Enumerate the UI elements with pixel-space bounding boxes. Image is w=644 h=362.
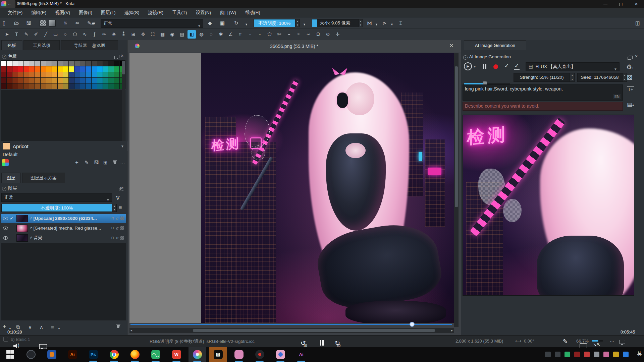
palette-swatch[interactable] xyxy=(108,61,114,66)
new-document-icon[interactable]: ▯ xyxy=(3,19,5,27)
model-combo[interactable]: ▤ FLUX 【真人直出】 ▼ xyxy=(526,62,620,71)
menu-item-设置(N)[interactable]: 设置(N) xyxy=(192,8,216,17)
prompt-input[interactable]: long pink hair,Sword, cyberpunk style, w… xyxy=(463,84,623,101)
palette-swatch[interactable] xyxy=(41,66,46,72)
tool-contiguous-select[interactable]: ⌁ xyxy=(285,30,293,39)
palette-swatch[interactable] xyxy=(18,66,23,72)
strength-spinbox[interactable]: Strength: 55% (11/20) xyxy=(514,73,570,82)
palette-swatch[interactable] xyxy=(114,72,119,77)
seed-spinbox[interactable]: Seed: 1176646058 xyxy=(577,73,622,82)
pattern-chooser[interactable] xyxy=(40,20,46,26)
tool-zoom[interactable]: ⊙ xyxy=(324,30,332,39)
palette-swatch[interactable] xyxy=(108,66,114,72)
add-layer-icon[interactable]: + xyxy=(3,322,6,331)
taskbar-wechat[interactable]: ◠◡ xyxy=(147,347,164,362)
layer-alpha-icon[interactable]: α xyxy=(116,216,118,221)
palette-swatch[interactable] xyxy=(103,61,108,66)
tool-polyline[interactable]: ∿ xyxy=(80,30,89,39)
tool-bezier-curve[interactable]: ʃ xyxy=(90,30,99,39)
menu-item-选择(S)[interactable]: 选择(S) xyxy=(120,8,144,17)
layer-visibility-eye-icon[interactable] xyxy=(3,226,8,231)
palette-swatch[interactable] xyxy=(35,83,40,89)
tool-color-sampler[interactable]: ◉ xyxy=(168,30,176,39)
layer-row[interactable]: ↱背景⊓α xyxy=(1,233,126,242)
palette-swatch[interactable] xyxy=(12,61,18,66)
current-color-swatch[interactable] xyxy=(3,142,10,150)
close-docker-icon[interactable]: × xyxy=(635,54,638,59)
workspace-chooser-icon[interactable]: ◫ xyxy=(635,19,640,27)
palette-swatch[interactable] xyxy=(23,66,29,72)
palette-swatch[interactable] xyxy=(1,61,6,66)
chevron-down-icon[interactable]: ▼ xyxy=(303,20,306,29)
chevron-down-icon[interactable]: ▼ xyxy=(473,65,476,68)
taskbar-capcut[interactable]: ⊠ xyxy=(209,347,227,362)
palette-swatch[interactable] xyxy=(1,78,6,83)
palette-swatch[interactable] xyxy=(97,83,103,89)
palette-swatch[interactable] xyxy=(35,72,40,77)
layer-filter-icon[interactable]: ∇ xyxy=(116,194,120,202)
tool-rectangle[interactable]: ▭ xyxy=(51,30,60,39)
palette-swatch[interactable] xyxy=(92,66,97,72)
tool-freehand-select[interactable]: ✄ xyxy=(275,30,283,39)
tool-polygon[interactable]: ⬡ xyxy=(71,30,79,39)
blend-mode-combo[interactable]: 正常 ▼ xyxy=(101,19,203,28)
tool-text[interactable]: T xyxy=(12,30,21,39)
edit-brush-settings-icon[interactable]: ✎▰ xyxy=(87,19,95,27)
gradient-chooser[interactable] xyxy=(49,20,56,26)
tool-measure[interactable]: ∠ xyxy=(226,30,235,39)
add-layers-icon[interactable]: ▤+ xyxy=(627,101,634,108)
tool-shape-select[interactable]: ➤ xyxy=(3,30,11,39)
player-seek-handle[interactable] xyxy=(410,322,415,327)
palette-swatch[interactable] xyxy=(63,61,68,66)
palette-swatch[interactable] xyxy=(74,72,80,77)
layer-opacity-slider[interactable]: 不透明度: 100% xyxy=(1,204,112,212)
tool-crop[interactable]: ⌗ xyxy=(236,30,245,39)
edit-palette-icon[interactable]: ✎ xyxy=(85,158,89,167)
layer-row[interactable]: ↱[Generated] mecha, Red glasse...⊓α xyxy=(1,224,126,233)
remove-swatch-icon[interactable] xyxy=(113,160,117,166)
add-swatch-icon[interactable]: + xyxy=(75,158,78,167)
back-arrow-icon[interactable]: ← xyxy=(7,1,12,6)
tool-multibrush[interactable]: ⁑ xyxy=(119,30,128,39)
negative-prompt-input[interactable]: Describe content you want to avoid. xyxy=(463,102,623,111)
palette-swatch[interactable] xyxy=(35,66,40,72)
docker-menu-icon[interactable]: ◔ xyxy=(463,55,468,60)
palette-chooser-icon[interactable] xyxy=(2,159,9,166)
tool-similar-select[interactable]: ≈ xyxy=(294,30,303,39)
palette-swatch[interactable] xyxy=(1,66,6,72)
palette-swatch[interactable] xyxy=(69,61,74,66)
minimize-button[interactable]: — xyxy=(598,0,613,8)
shrink-player-icon[interactable]: ↘↖ xyxy=(593,342,600,347)
layer-alpha-checker-icon[interactable] xyxy=(120,226,124,230)
palette-swatch[interactable] xyxy=(97,61,103,66)
close-docker-icon[interactable]: × xyxy=(121,53,123,58)
move-layer-up-icon[interactable]: ∧ xyxy=(40,323,43,331)
zoom-slider[interactable] xyxy=(592,340,603,342)
palette-swatch[interactable] xyxy=(74,61,80,66)
tool-polygon-select[interactable]: ⬠ xyxy=(265,30,274,39)
tab-navigator[interactable]: 导航器 = 总览图 xyxy=(61,40,118,50)
taskbar-chrome[interactable] xyxy=(105,347,123,362)
chevron-down-icon[interactable]: ▼ xyxy=(245,20,248,29)
palette-swatch[interactable] xyxy=(108,83,114,89)
palette-swatch[interactable] xyxy=(23,83,29,89)
tray-capture-tray[interactable] xyxy=(613,352,619,357)
save-icon[interactable]: 🖫 xyxy=(26,19,31,27)
pause-button[interactable] xyxy=(482,64,487,70)
palette-swatch[interactable] xyxy=(46,83,52,89)
docker-menu-icon[interactable]: ◔ xyxy=(2,55,6,59)
close-button[interactable]: ✕ xyxy=(629,0,644,8)
record-button[interactable] xyxy=(493,64,498,69)
chevron-down-icon[interactable]: ▼ xyxy=(390,20,393,29)
palette-swatch[interactable] xyxy=(52,66,57,72)
palette-swatch[interactable] xyxy=(69,78,74,83)
palette-swatch[interactable] xyxy=(18,72,23,77)
tab-ai-image-generation[interactable]: AI Image Generation xyxy=(464,40,526,50)
taskbar-photos[interactable] xyxy=(230,347,248,362)
palette-swatch[interactable] xyxy=(92,83,97,89)
palette-scrollbar[interactable] xyxy=(122,61,125,141)
palette-swatch[interactable] xyxy=(7,61,12,66)
tool-line[interactable]: ╱ xyxy=(42,30,50,39)
tool-pattern-edit[interactable]: ▤ xyxy=(178,30,186,39)
scroll-left-icon[interactable]: ◂ xyxy=(130,328,132,332)
